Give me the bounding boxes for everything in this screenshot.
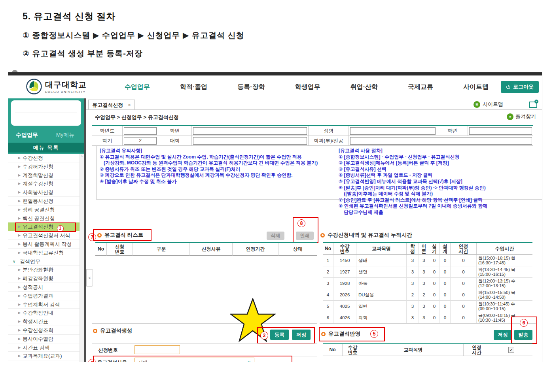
sidebar-item[interactable]: ▶수업계획서 검색 <box>8 300 84 309</box>
sidebar-item[interactable]: ▶헌혈봉사신청 <box>8 197 84 205</box>
col-header: 설 계 <box>440 243 451 255</box>
nav-registration[interactable]: 등록·장학 <box>237 83 265 91</box>
select-all-checkbox[interactable]: ✔ <box>508 347 514 353</box>
col-header: 수업시간 <box>477 243 532 255</box>
application-no-input[interactable] <box>134 345 180 354</box>
col-header: 교과목명 <box>356 243 407 255</box>
absence-list-table: No 신청 번호 구분 신청사유 인정기간 상태 <box>95 242 317 256</box>
sidebar: 수업업무 My메뉴 메뉴 목록 ▶수강신청 ▶수강허가신청 ▶계절희망신청 ▶계… <box>8 98 84 362</box>
chevron-down-icon: ∨ <box>247 360 251 362</box>
sidebar-item[interactable]: ▶생리 공결신청 <box>8 205 84 214</box>
sidebar-item[interactable]: ▶계절희망신청 <box>8 171 84 180</box>
absence-reason-select[interactable]: 선택 ∨ <box>134 358 254 362</box>
page: 5. 유고결석 신청 절차 ① 종합정보시스템 ▶ 수업업무 ▶ 신청업무 ▶ … <box>0 0 555 392</box>
logout-button[interactable]: 로그아웃 <box>501 81 539 93</box>
semester-input[interactable]: 2 <box>124 137 157 145</box>
logout-label: 로그아웃 <box>513 83 534 90</box>
absence-list-title: 유고결석 리스트 <box>97 232 143 239</box>
col-header: No <box>323 243 333 255</box>
table-row: 21927 생명3 30 00 화(13:30~14:45) 목(15:00~1… <box>323 266 532 278</box>
sidebar-scrollbar[interactable]: ^ <box>80 154 84 362</box>
register-button[interactable]: 등록 <box>270 330 289 340</box>
notice-line: ([발송]이후에는 데이터 수정 및 삭제 불가) <box>339 191 542 197</box>
college-input[interactable] <box>193 137 307 145</box>
university-name: 대구대학교 <box>45 79 87 90</box>
sidebar-group-search[interactable]: ∨검색업무 <box>8 257 84 266</box>
sidebar-item[interactable]: ▶국내학점교류신청 <box>8 249 84 257</box>
sidebar-item[interactable]: ▶성적공시 <box>8 283 84 292</box>
nav-classwork[interactable]: 수업업무 <box>125 83 150 91</box>
year-input[interactable] <box>124 127 157 135</box>
tab-close-icon[interactable]: × <box>128 102 131 108</box>
sitemap-link[interactable]: ⊞ 사이트맵 <box>474 101 503 108</box>
sidebar-tab-classwork[interactable]: 수업업무 <box>8 132 46 139</box>
sidebar-item[interactable]: ▶학생시간표 <box>8 317 84 326</box>
sidebar-item[interactable]: ▶백신 공결신청 <box>8 214 84 223</box>
triangle-icon: ▶ <box>18 283 21 292</box>
notice-title: [유고결석 유의사항] <box>100 148 337 154</box>
sidebar-item[interactable]: ▶교과목개요(교과) <box>8 352 84 360</box>
favorites-link[interactable]: ★ 즐겨찾기 <box>507 113 536 120</box>
sidebar-item[interactable]: ▶봉사이수열람 <box>8 335 84 343</box>
sidebar-item[interactable]: ▶수강허가신청 <box>8 162 84 171</box>
col-header: 수강 번호 <box>343 344 363 356</box>
sidebar-item[interactable]: ▶계절수강신청 <box>8 179 84 188</box>
sidebar-item[interactable]: ▶수강신청 <box>8 154 84 162</box>
col-header: 구분 <box>133 243 190 256</box>
scroll-up-icon[interactable]: ^ <box>80 155 84 158</box>
sidebar-item[interactable]: ▶수업평가결과 <box>8 292 84 300</box>
table-row: 64026 과학3 30 00 금(09:00~10:15) 금(10:30~1… <box>323 312 532 324</box>
sidebar-item[interactable]: ▶수강신청조회 <box>8 326 84 335</box>
favorites-label: 즐겨찾기 <box>515 113 536 120</box>
nav-career[interactable]: 취업·산학 <box>350 83 378 91</box>
main-content: < 유고결석신청 × ⊞ 사이트맵 수업업무 > 신청업무 > 유고결석신청 ★… <box>86 98 542 362</box>
menu-list-header: 메뉴 목록 <box>8 143 84 153</box>
nav-sitemap[interactable]: 사이트맵 <box>463 83 489 91</box>
triangle-icon: ▶ <box>18 300 21 309</box>
triangle-icon: ▶ <box>18 249 21 257</box>
save-button-apply[interactable]: 저장 <box>494 330 512 340</box>
select-value: 선택 <box>138 359 148 362</box>
sidebar-item-absence-apply[interactable]: ▶유고결석신청 1 <box>8 222 84 231</box>
popup-window-icon[interactable] <box>529 102 537 108</box>
triangle-icon: ▶ <box>18 154 21 162</box>
nav-records[interactable]: 학적·졸업 <box>180 83 207 91</box>
semester-label: 학기 <box>92 136 123 145</box>
sidebar-item[interactable]: ▶수강학점안내 <box>8 309 84 317</box>
sidebar-item[interactable]: ▶시간표 검색 <box>8 343 84 352</box>
triangle-icon: ▶ <box>18 188 21 197</box>
sidebar-item[interactable]: ▶폐강강좌현황 <box>8 274 84 283</box>
sidebar-item[interactable]: ▶사회봉사신청 <box>8 188 84 197</box>
sidebar-item[interactable]: ▶봉사 활동계획서 작성 <box>8 240 84 249</box>
divider <box>92 323 317 324</box>
sidebar-item[interactable]: ▶학업성적조회 <box>8 360 84 362</box>
student-no-label: 학번 <box>158 126 192 136</box>
divider <box>92 356 317 356</box>
chevron-down-icon: ∨ <box>13 257 15 266</box>
grade-input[interactable] <box>469 127 532 135</box>
sidebar-item[interactable]: ▶유고결석신청서 서식 <box>8 231 84 240</box>
print-button[interactable]: 인쇄 <box>296 232 314 240</box>
delete-button[interactable]: 삭제 <box>267 232 284 240</box>
triangle-icon: ▶ <box>18 326 21 335</box>
intro-step-1: ① 종합정보시스템 ▶ 수업업무 ▶ 신청업무 ▶ 유고결석 신청 <box>23 30 244 41</box>
sidebar-item[interactable]: ▶분반강좌현황 <box>8 266 84 274</box>
sidebar-tab-mymenu[interactable]: My메뉴 <box>46 132 84 139</box>
name-input[interactable] <box>350 127 436 135</box>
sitemap-icon: ⊞ <box>474 101 480 108</box>
annotation-step-6: 6 <box>520 319 528 327</box>
triangle-icon: ▶ <box>18 274 21 283</box>
sidebar-collapse-handle[interactable]: < <box>86 269 93 286</box>
tab-label: 유고결석신청 <box>92 102 123 109</box>
send-button[interactable]: 발송 <box>514 330 532 340</box>
major-input[interactable] <box>350 137 532 145</box>
tab-absence-apply[interactable]: 유고결석신청 × <box>88 100 135 110</box>
notice-line: ④ [증빙서류]선택 후 파일 업로드 - 저장 클릭 <box>339 172 542 179</box>
sitemap-label: 사이트맵 <box>483 101 503 108</box>
major-label: 학과(부)/전공 <box>309 136 349 145</box>
col-header: 상태 <box>278 243 317 256</box>
save-button-create[interactable]: 저장 <box>292 330 311 340</box>
nav-international[interactable]: 국제교류 <box>408 83 433 91</box>
nav-student-affairs[interactable]: 학생업무 <box>295 83 320 91</box>
student-no-input[interactable] <box>193 127 307 135</box>
